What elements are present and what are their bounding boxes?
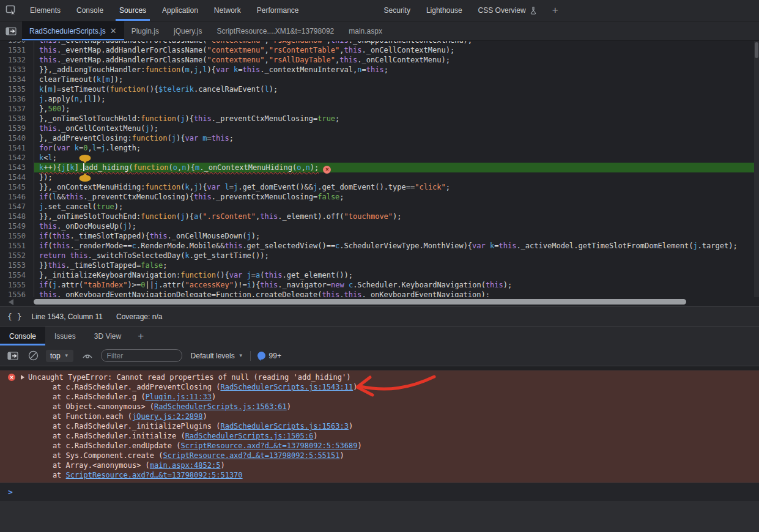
line-number[interactable]: 1532 (0, 55, 34, 65)
line-number[interactable]: 1547 (0, 202, 34, 212)
line-number[interactable]: 1539 (0, 124, 34, 133)
source-link[interactable]: RadSchedulerScripts.js:1563:3 (220, 422, 349, 430)
code-line-1541[interactable]: 1541for(var k=0,l=j.length; (0, 143, 759, 153)
line-number[interactable]: 1541 (0, 143, 34, 153)
scroll-left-arrow-icon[interactable] (9, 299, 13, 305)
line-number[interactable]: 1542 (0, 153, 34, 163)
line-number[interactable]: 1556 (0, 290, 34, 297)
tab-css-overview[interactable]: CSS Overview (470, 0, 545, 21)
source-link[interactable]: RadSchedulerScripts.js:1543:11 (220, 383, 353, 391)
file-tab-radschedulerscripts-js[interactable]: RadSchedulerScripts.js✕ (22, 21, 124, 40)
file-tab-jquery-js[interactable]: jQuery.js (166, 21, 209, 40)
code-line-1547[interactable]: 1547j.set_cancel(true); (0, 202, 759, 212)
line-number[interactable]: 1544 (0, 172, 34, 182)
line-number[interactable]: 1550 (0, 231, 34, 241)
code-line-1552[interactable]: 1552return this._switchToSelectedDay(k.g… (0, 251, 759, 260)
line-number[interactable]: 1551 (0, 241, 34, 251)
horizontal-scrollbar[interactable] (0, 297, 759, 306)
source-link[interactable]: main.aspx:4852:5 (150, 461, 221, 470)
code-line-1538[interactable]: 1538},_onTimeSlotTouchHold:function(j){t… (0, 114, 759, 124)
more-tabs-button[interactable]: + (545, 0, 566, 21)
drawer-more-tabs-button[interactable]: + (130, 327, 151, 345)
vertical-scrollbar-thumb[interactable] (755, 42, 758, 58)
line-number[interactable]: 1555 (0, 280, 34, 290)
file-tab-main-aspx[interactable]: main.aspx (341, 21, 390, 40)
code-line-1555[interactable]: 1555if(j.attr("tabIndex")>=0||j.attr("ac… (0, 280, 759, 290)
code-line-1535[interactable]: 1535k[m]=setTimeout(function(){$telerik.… (0, 84, 759, 94)
pretty-print-icon[interactable]: { } (7, 312, 21, 321)
code-line-1550[interactable]: 1550if(this._timeSlotTapped){this._onCel… (0, 231, 759, 241)
code-line-1551[interactable]: 1551if(this._renderMode==c.RenderMode.Mo… (0, 241, 759, 251)
file-tab-plugin-js[interactable]: Plugin.js (124, 21, 166, 40)
expand-triangle-icon[interactable] (21, 375, 24, 380)
console-prompt[interactable]: > (0, 487, 759, 497)
console-messages[interactable]: ✕ Uncaught TypeError: Cannot read proper… (0, 371, 759, 532)
line-number[interactable]: 1536 (0, 94, 34, 104)
source-link[interactable]: RadSchedulerScripts.js:1505:6 (185, 432, 314, 440)
console-filter-input[interactable] (101, 349, 182, 362)
source-link[interactable]: Plugin.js:11:33 (146, 393, 212, 401)
code-line-1536[interactable]: 1536j.apply(n,[l]); (0, 94, 759, 104)
drawer-tab-3d-view[interactable]: 3D View (85, 327, 130, 345)
source-link[interactable]: ScriptResource.axd?d…&t=13798092:5:55151 (163, 451, 340, 460)
code-line-1532[interactable]: 1532this._eventMap.addHandlerForClassNam… (0, 55, 759, 65)
line-number[interactable]: 1549 (0, 221, 34, 231)
code-line-1553[interactable]: 1553}}this._timeSlotTapped=false; (0, 260, 759, 270)
line-number[interactable]: 1552 (0, 251, 34, 260)
text-selection-handle-top[interactable] (78, 155, 92, 163)
tab-application[interactable]: Application (154, 0, 206, 21)
tab-performance[interactable]: Performance (249, 0, 307, 21)
line-number[interactable]: 1554 (0, 270, 34, 280)
vertical-scrollbar[interactable] (754, 41, 759, 297)
code-line-1531[interactable]: 1531this._eventMap.addHandlerForClassNam… (0, 45, 759, 55)
line-number[interactable]: 1540 (0, 133, 34, 143)
tab-elements[interactable]: Elements (22, 0, 68, 21)
javascript-context-select[interactable]: top ▼ (46, 350, 73, 362)
source-link[interactable]: RadSchedulerScripts.js:1563:61 (154, 402, 287, 411)
code-line-1549[interactable]: 1549this._onDocMouseUp(j); (0, 221, 759, 231)
code-line-1540[interactable]: 1540},_addPreventClosing:function(j){var… (0, 133, 759, 143)
line-number[interactable]: 1531 (0, 45, 34, 55)
line-number[interactable]: 1553 (0, 260, 34, 270)
code-line-1533[interactable]: 1533}},_addLongTouchHandler:function(m,j… (0, 65, 759, 75)
line-number[interactable]: 1548 (0, 212, 34, 221)
line-number[interactable]: 1543 (0, 163, 34, 172)
text-selection-handle-bottom[interactable] (78, 173, 92, 182)
messages-counter[interactable]: 99+ (257, 352, 281, 360)
source-link[interactable]: ScriptResource.axd?d…&t=13798092:5:51370 (66, 471, 243, 479)
line-number[interactable]: 1533 (0, 65, 34, 75)
code-line-1554[interactable]: 1554},_initializeKeyboardNavigation:func… (0, 270, 759, 280)
source-link[interactable]: jQuery.js:2:2898 (132, 412, 203, 421)
line-number[interactable]: 1530 (0, 41, 34, 45)
tab-console[interactable]: Console (68, 0, 111, 21)
code-line-1539[interactable]: 1539this._onCellContextMenu(j); (0, 124, 759, 133)
clear-console-icon[interactable] (28, 350, 39, 361)
close-tab-icon[interactable]: ✕ (110, 27, 117, 35)
horizontal-scrollbar-thumb[interactable] (34, 299, 686, 305)
inspect-element-icon[interactable] (0, 0, 22, 21)
file-tab-scriptresource-xm1-t-13798092[interactable]: ScriptResource....XM1&t=13798092 (209, 21, 341, 40)
tab-sources[interactable]: Sources (111, 0, 154, 21)
drawer-tab-issues[interactable]: Issues (45, 327, 85, 345)
code-line-1530[interactable]: 1530this._eventMap.addHandlerForClassNam… (0, 41, 759, 45)
code-line-1534[interactable]: 1534clearTimeout(k[m]); (0, 75, 759, 84)
line-number[interactable]: 1545 (0, 182, 34, 192)
toggle-console-sidebar-icon[interactable] (7, 351, 18, 361)
tab-network[interactable]: Network (206, 0, 249, 21)
tab-lighthouse[interactable]: Lighthouse (418, 0, 470, 21)
code-line-1543[interactable]: 1543k++){j[k].add_hiding(function(o,n){m… (0, 163, 759, 172)
line-number[interactable]: 1537 (0, 104, 34, 114)
live-expression-eye-icon[interactable] (82, 352, 93, 360)
code-line-1556[interactable]: 1556this._onKeyboardEventNavigationDeleg… (0, 290, 759, 297)
line-number[interactable]: 1546 (0, 192, 34, 202)
tab-security[interactable]: Security (376, 0, 418, 21)
code-line-1537[interactable]: 1537},500); (0, 104, 759, 114)
drawer-tab-console[interactable]: Console (0, 327, 45, 345)
code-line-1544[interactable]: 1544}); (0, 172, 759, 182)
line-number[interactable]: 1535 (0, 84, 34, 94)
console-error-entry[interactable]: ✕ Uncaught TypeError: Cannot read proper… (0, 371, 759, 482)
code-line-1545[interactable]: 1545}},_onContextMenuHiding:function(k,j… (0, 182, 759, 192)
code-line-1542[interactable]: 1542k<l; (0, 153, 759, 163)
log-levels-dropdown[interactable]: Default levels ▼ (191, 352, 243, 360)
code-line-1548[interactable]: 1548}},_onTimeSlotTouchEnd:function(j){a… (0, 212, 759, 221)
